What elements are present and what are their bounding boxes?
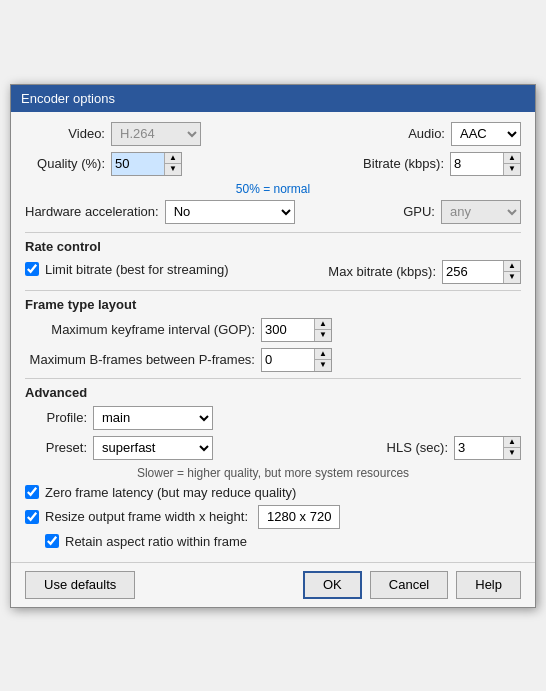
gpu-label: GPU: (403, 204, 435, 219)
gop-up-btn[interactable]: ▲ (315, 319, 331, 330)
dialog-footer: Use defaults OK Cancel Help (11, 562, 535, 607)
use-defaults-button[interactable]: Use defaults (25, 571, 135, 599)
audio-select[interactable]: AAC (451, 122, 521, 146)
zero-latency-label: Zero frame latency (but may reduce quali… (45, 485, 296, 500)
bitrate-up-btn[interactable]: ▲ (504, 153, 520, 164)
dialog-title: Encoder options (21, 91, 115, 106)
quality-hint: 50% = normal (25, 182, 521, 196)
aspect-ratio-row: Retain aspect ratio within frame (45, 534, 521, 549)
rate-control-section-label: Rate control (25, 239, 521, 254)
max-bitrate-up-btn[interactable]: ▲ (504, 261, 520, 272)
limit-bitrate-label: Limit bitrate (best for streaming) (45, 262, 229, 277)
gop-input[interactable] (262, 319, 314, 341)
bframes-label: Maximum B-frames between P-frames: (25, 352, 255, 367)
profile-label: Profile: (25, 410, 87, 425)
limit-bitrate-row: Limit bitrate (best for streaming) (25, 262, 229, 277)
zero-latency-row: Zero frame latency (but may reduce quali… (25, 485, 521, 500)
max-bitrate-down-btn[interactable]: ▼ (504, 272, 520, 283)
gop-down-btn[interactable]: ▼ (315, 330, 331, 341)
max-bitrate-spinner: ▲ ▼ (442, 260, 521, 284)
hls-input[interactable] (455, 437, 503, 459)
zero-latency-checkbox[interactable] (25, 485, 39, 499)
bframes-up-btn[interactable]: ▲ (315, 349, 331, 360)
video-select[interactable]: H.264 (111, 122, 201, 146)
bframes-input[interactable] (262, 349, 314, 371)
gpu-select[interactable]: any (441, 200, 521, 224)
quality-input[interactable] (112, 153, 164, 175)
quality-label: Quality (%): (25, 156, 105, 171)
quality-spinner: ▲ ▼ (111, 152, 182, 176)
hls-up-btn[interactable]: ▲ (504, 437, 520, 448)
max-bitrate-label: Max bitrate (kbps): (328, 264, 436, 279)
resize-row: Resize output frame width x height: 1280… (25, 505, 521, 529)
advanced-info: Slower = higher quality, but more system… (25, 466, 521, 480)
preset-select[interactable]: ultrafast superfast veryfast faster fast… (93, 436, 213, 460)
aspect-ratio-checkbox[interactable] (45, 534, 59, 548)
bframes-down-btn[interactable]: ▼ (315, 360, 331, 371)
bitrate-label: Bitrate (kbps): (363, 156, 444, 171)
bitrate-down-btn[interactable]: ▼ (504, 164, 520, 175)
hls-label: HLS (sec): (387, 440, 448, 455)
hardware-label: Hardware acceleration: (25, 204, 159, 219)
aspect-ratio-label: Retain aspect ratio within frame (65, 534, 247, 549)
resize-label: Resize output frame width x height: (45, 509, 248, 524)
bframes-spinner: ▲ ▼ (261, 348, 332, 372)
hardware-select[interactable]: No Yes (165, 200, 295, 224)
encoder-options-dialog: Encoder options Video: H.264 Audio: AAC … (10, 84, 536, 608)
gop-spinner: ▲ ▼ (261, 318, 332, 342)
frame-type-section-label: Frame type layout (25, 297, 521, 312)
help-button[interactable]: Help (456, 571, 521, 599)
gop-label: Maximum keyframe interval (GOP): (25, 322, 255, 337)
bitrate-input[interactable] (451, 153, 503, 175)
quality-up-btn[interactable]: ▲ (165, 153, 181, 164)
advanced-section-label: Advanced (25, 385, 521, 400)
max-bitrate-input[interactable] (443, 261, 503, 283)
audio-label: Audio: (408, 126, 445, 141)
video-label: Video: (25, 126, 105, 141)
resize-checkbox[interactable] (25, 510, 39, 524)
hls-down-btn[interactable]: ▼ (504, 448, 520, 459)
resize-value: 1280 x 720 (258, 505, 340, 529)
hls-spinner: ▲ ▼ (454, 436, 521, 460)
quality-down-btn[interactable]: ▼ (165, 164, 181, 175)
profile-select[interactable]: baseline main high (93, 406, 213, 430)
preset-label: Preset: (25, 440, 87, 455)
cancel-button[interactable]: Cancel (370, 571, 448, 599)
ok-button[interactable]: OK (303, 571, 362, 599)
limit-bitrate-checkbox[interactable] (25, 262, 39, 276)
bitrate-spinner: ▲ ▼ (450, 152, 521, 176)
dialog-titlebar: Encoder options (11, 85, 535, 112)
